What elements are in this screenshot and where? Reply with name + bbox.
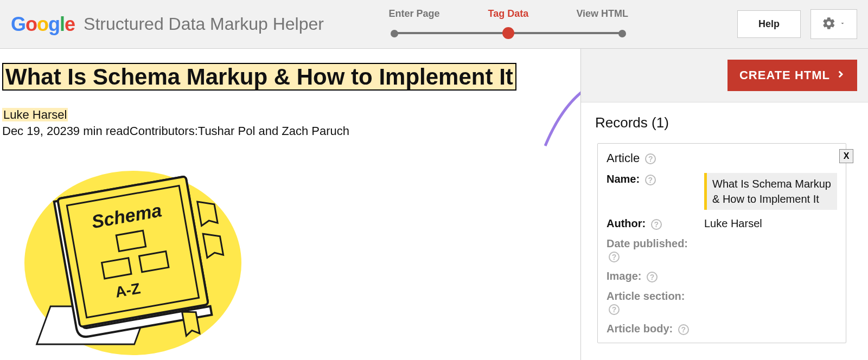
field-author-row: Author: ? Luke Harsel (607, 217, 837, 230)
field-author-value[interactable]: Luke Harsel (704, 217, 837, 230)
field-name-value-wrap: What Is Schema Markup & How to Implement… (704, 173, 837, 210)
close-record-button[interactable]: X (839, 149, 853, 163)
field-image-label: Image: ? (607, 270, 704, 282)
schema-book-illustration: Schema A-Z Schema A-Z (16, 155, 580, 357)
help-icon[interactable]: ? (609, 304, 620, 315)
gear-icon (822, 16, 836, 32)
help-icon[interactable]: ? (647, 272, 658, 282)
field-name-label: Name: ? (607, 173, 704, 185)
step-view-html[interactable]: View HTML (556, 8, 649, 20)
step-dot-1 (391, 30, 398, 37)
record-card: X Article ? Name: ? What Is Schema Marku… (597, 143, 846, 343)
step-enter-page[interactable]: Enter Page (367, 8, 461, 20)
help-button[interactable]: Help (737, 10, 801, 38)
field-name-row: Name: ? What Is Schema Markup & How to I… (607, 173, 837, 210)
settings-button[interactable] (810, 9, 857, 39)
top-bar: Google Structured Data Markup Helper Ent… (0, 0, 868, 49)
sidebar-action-row: CREATE HTML (581, 49, 868, 102)
field-date-row: Date published: ? (607, 237, 837, 262)
record-type-label: Article (607, 151, 640, 165)
page-title-highlight[interactable]: What Is Schema Markup & How to Implement… (2, 63, 516, 91)
stepper: Enter Page Tag Data View HTML (367, 8, 649, 41)
chevron-down-icon (839, 20, 846, 28)
create-html-label: CREATE HTML (739, 68, 830, 82)
meta-line[interactable]: Dec 19, 20239 min readContributors:Tusha… (2, 124, 580, 138)
author-highlight[interactable]: Luke Harsel (2, 108, 68, 121)
record-type: Article ? (607, 151, 837, 165)
records-title: Records (1) (595, 114, 854, 131)
field-date-label: Date published: ? (607, 237, 704, 262)
help-icon[interactable]: ? (609, 252, 620, 262)
google-logo: Google (11, 13, 75, 36)
field-image-row: Image: ? (607, 270, 837, 282)
field-name-value[interactable]: What Is Schema Markup & How to Implement… (704, 173, 837, 210)
preview-pane[interactable]: What Is Schema Markup & How to Implement… (0, 49, 580, 360)
field-body-label: Article body: ? (607, 323, 704, 335)
field-author-label: Author: ? (607, 217, 704, 230)
help-icon[interactable]: ? (645, 153, 656, 164)
field-section-label: Article section: ? (607, 290, 704, 315)
chevron-right-icon (835, 68, 845, 82)
create-html-button[interactable]: CREATE HTML (727, 60, 857, 91)
step-tag-data[interactable]: Tag Data (461, 8, 555, 20)
field-section-row: Article section: ? (607, 290, 837, 315)
step-dot-3 (618, 30, 626, 37)
step-dot-2-active (502, 27, 514, 39)
field-body-row: Article body: ? (607, 323, 837, 335)
help-icon[interactable]: ? (651, 219, 662, 230)
help-icon[interactable]: ? (645, 175, 656, 185)
sidebar-panel: CREATE HTML Records (1) X Article ? Name… (580, 49, 868, 360)
svg-rect-13 (58, 176, 208, 327)
app-title: Structured Data Markup Helper (84, 14, 324, 34)
records-section: Records (1) X Article ? Name: ? What Is … (581, 102, 868, 355)
help-icon[interactable]: ? (678, 324, 689, 335)
